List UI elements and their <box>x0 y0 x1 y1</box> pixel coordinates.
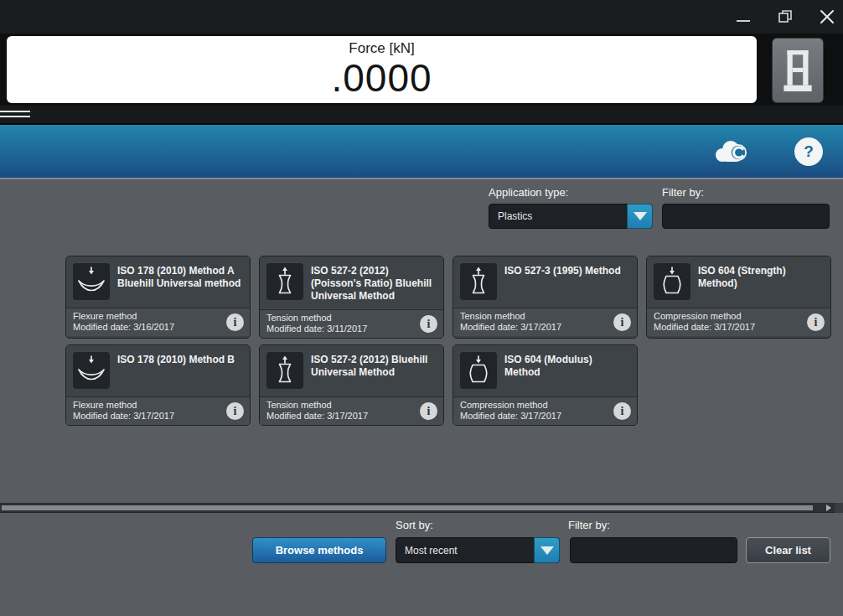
method-icon-tile <box>654 263 690 300</box>
info-icon[interactable]: i <box>807 313 825 331</box>
info-icon[interactable]: i <box>226 313 244 331</box>
info-icon[interactable]: i <box>613 313 631 331</box>
live-display-row: Force [kN] .0000 <box>0 34 843 106</box>
method-modified-date: Modified date: 3/17/2017 <box>460 411 608 422</box>
method-card-header: ISO 604 (Strength) Method) <box>647 256 830 308</box>
splitter-grip-icon[interactable] <box>0 111 30 117</box>
method-card[interactable]: ISO 604 (Modulus) Method Compression met… <box>453 344 638 426</box>
method-card-footer: Flexure method Modified date: 3/17/2017 … <box>66 396 250 425</box>
recent-filter-input[interactable] <box>570 537 737 563</box>
compression-icon <box>654 263 690 300</box>
method-card[interactable]: ISO 178 (2010) Method A Bluehill Univers… <box>65 256 251 339</box>
method-modified-date: Modified date: 3/16/2017 <box>73 322 221 333</box>
filter-label: Filter by: <box>662 186 704 199</box>
flexure-icon <box>73 352 110 389</box>
method-card-footer: Flexure method Modified date: 3/16/2017 … <box>66 308 250 336</box>
info-icon[interactable]: i <box>613 402 631 420</box>
app-window: Force [kN] .0000 <box>0 0 843 616</box>
application-type-dropdown[interactable]: Plastics <box>489 204 653 229</box>
force-live-display[interactable]: Force [kN] .0000 <box>7 36 757 103</box>
method-card-footer: Compression method Modified date: 3/17/2… <box>453 396 637 425</box>
method-icon-tile <box>73 352 110 389</box>
recent-filter-label: Filter by: <box>568 519 610 531</box>
workspace-header: ? <box>0 123 843 179</box>
panel-splitter <box>0 106 843 123</box>
question-mark-icon: ? <box>804 142 814 161</box>
horizontal-scrollbar[interactable] <box>0 503 843 513</box>
bottom-bar: Browse methods Sort by: Most recent Filt… <box>0 513 843 616</box>
chevron-down-icon[interactable] <box>627 204 653 229</box>
method-title: ISO 527-3 (1995) Method <box>504 263 621 301</box>
method-type: Compression method <box>654 311 802 322</box>
method-card-header: ISO 604 (Modulus) Method <box>453 345 637 396</box>
help-button[interactable]: ? <box>794 137 823 166</box>
clear-list-button[interactable]: Clear list <box>746 537 830 563</box>
method-card-footer: Compression method Modified date: 3/17/2… <box>647 308 830 336</box>
info-icon[interactable]: i <box>420 315 437 333</box>
method-grid: ISO 178 (2010) Method A Bluehill Univers… <box>65 256 843 432</box>
method-type: Tension method <box>266 400 415 411</box>
method-title: ISO 604 (Modulus) Method <box>504 352 630 390</box>
method-card-header: ISO 527-2 (2012) Bluehill Universal Meth… <box>260 345 443 396</box>
frame-button[interactable] <box>772 38 824 103</box>
method-modified-date: Modified date: 3/17/2017 <box>73 411 221 422</box>
method-card[interactable]: ISO 527-2 (2012) Bluehill Universal Meth… <box>259 344 444 426</box>
application-type-label: Application type: <box>489 186 568 199</box>
method-card[interactable]: ISO 527-2 (2012) (Poisson's Ratio) Blueh… <box>259 256 444 339</box>
scrollbar-corner <box>835 503 843 513</box>
flexure-icon <box>73 263 110 300</box>
method-card-header: ISO 178 (2010) Method A Bluehill Univers… <box>66 256 250 308</box>
sort-by-value: Most recent <box>405 538 530 562</box>
sort-by-label: Sort by: <box>396 519 433 531</box>
window-controls <box>732 0 838 34</box>
titlebar <box>0 0 843 34</box>
method-card[interactable]: ISO 527-3 (1995) Method Tension method M… <box>453 256 638 339</box>
method-card-header: ISO 178 (2010) Method B <box>66 345 250 396</box>
method-title: ISO 604 (Strength) Method) <box>698 263 824 301</box>
method-icon-tile <box>460 263 497 300</box>
method-browser-panel: Application type: Plastics Filter by: IS… <box>0 179 843 503</box>
method-type: Flexure method <box>73 311 221 322</box>
close-icon[interactable] <box>816 6 838 28</box>
force-value: .0000 <box>331 57 432 99</box>
connect-cloud-icon[interactable] <box>712 138 751 165</box>
method-icon-tile <box>460 352 497 389</box>
restore-icon[interactable] <box>774 6 796 28</box>
method-type: Flexure method <box>73 400 221 411</box>
method-icon-tile <box>73 263 110 300</box>
method-modified-date: Modified date: 3/17/2017 <box>266 411 415 422</box>
application-type-value: Plastics <box>498 204 623 228</box>
browse-methods-button[interactable]: Browse methods <box>252 537 386 563</box>
method-icon-tile <box>266 352 303 389</box>
method-title: ISO 527-2 (2012) (Poisson's Ratio) Blueh… <box>311 263 437 303</box>
method-card-header: ISO 527-3 (1995) Method <box>453 256 637 308</box>
minimize-icon[interactable] <box>732 6 754 28</box>
method-card[interactable]: ISO 604 (Strength) Method) Compression m… <box>646 256 831 339</box>
method-card-footer: Tension method Modified date: 3/11/2017 … <box>260 309 443 338</box>
force-channel-label: Force [kN] <box>349 40 414 57</box>
method-type: Tension method <box>460 311 608 322</box>
tension-icon <box>266 352 303 389</box>
scrollbar-thumb[interactable] <box>2 505 813 510</box>
method-title: ISO 178 (2010) Method B <box>117 352 235 390</box>
method-icon-tile <box>266 263 303 300</box>
method-card-footer: Tension method Modified date: 3/17/2017 … <box>260 396 443 425</box>
method-title: ISO 178 (2010) Method A Bluehill Univers… <box>117 263 243 301</box>
method-modified-date: Modified date: 3/11/2017 <box>266 324 415 334</box>
tension-icon <box>460 263 497 300</box>
method-card-header: ISO 527-2 (2012) (Poisson's Ratio) Blueh… <box>260 256 443 309</box>
filter-input[interactable] <box>662 204 830 229</box>
info-icon[interactable]: i <box>226 402 244 420</box>
method-title: ISO 527-2 (2012) Bluehill Universal Meth… <box>311 352 437 390</box>
compression-icon <box>460 352 497 389</box>
sort-by-dropdown[interactable]: Most recent <box>396 537 560 563</box>
method-type: Compression method <box>460 400 608 411</box>
chevron-down-icon[interactable] <box>534 537 560 563</box>
tension-icon <box>266 263 303 300</box>
info-icon[interactable]: i <box>420 402 437 420</box>
method-card-footer: Tension method Modified date: 3/17/2017 … <box>453 308 637 336</box>
scroll-right-icon[interactable] <box>826 505 831 511</box>
method-card[interactable]: ISO 178 (2010) Method B Flexure method M… <box>65 344 251 426</box>
method-modified-date: Modified date: 3/17/2017 <box>460 322 608 333</box>
load-frame-icon <box>783 49 813 92</box>
